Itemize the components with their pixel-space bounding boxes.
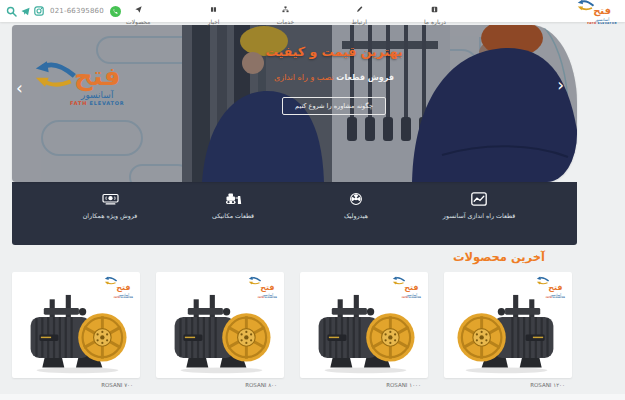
nav-item-label: محصولات [126, 18, 150, 25]
chart-icon [471, 192, 487, 206]
nav-item-label: اخبار [208, 18, 220, 25]
hero-slide: فتح آسانسور FATH ELEVATOR بهترین قیمت و … [12, 25, 577, 182]
product-title: ROSANI ۱۲۰۰ [444, 382, 572, 388]
service-item-mechanical-parts[interactable]: قطعات مکانیکی [173, 192, 293, 245]
hero-text: بهترین قیمت و کیفیت فروش قطعات نصب و راه… [209, 44, 459, 115]
product-cards: فتح آسانسور FATH ELEVATOR ROSANI ۷۰۰ فتح… [12, 272, 572, 388]
hero-subtitle: فروش قطعات نصب و راه اندازی [209, 73, 459, 82]
latest-products-section: آخرین محصولات فتح آسانسور FATH ELEVATOR … [12, 250, 572, 388]
bulldozer-icon [225, 192, 242, 206]
service-label: قطعات راه اندازی آسانسور [443, 212, 515, 219]
slider-prev-button[interactable]: ‹ [16, 80, 23, 97]
service-item-hydraulic[interactable]: هیدرولیک [296, 192, 416, 245]
pen-icon [356, 0, 363, 17]
slider-next-button[interactable]: › [557, 77, 564, 94]
nav-item-about[interactable]: درباره ما [424, 0, 446, 25]
product-card[interactable]: فتح آسانسور FATH ELEVATOR ROSANI ۱۰۰۰ [300, 272, 428, 388]
nav-item-services[interactable]: خدمات [277, 0, 295, 25]
logo-latin-primary: FATH [587, 21, 596, 25]
nav-item-contact[interactable]: ارتباط [351, 0, 366, 25]
instagram-icon[interactable] [34, 6, 44, 16]
site-logo[interactable]: فتح آسانسور FATH ELEVATOR [587, 1, 617, 25]
product-image-motor [310, 292, 418, 374]
page: 021-66395860 درباره ما ارتباط خدمات اخبا… [0, 0, 625, 400]
product-image-motor [454, 292, 562, 374]
info-icon [431, 0, 438, 17]
product-card[interactable]: فتح آسانسور FATH ELEVATOR ROSANI ۸۰۰ [156, 272, 284, 388]
contact-group: 021-66395860 [6, 0, 121, 22]
consult-button[interactable]: چگونه مشاوره را شروع کنیم [282, 97, 386, 115]
search-icon[interactable] [6, 6, 17, 17]
latest-products-heading: آخرین محصولات [12, 250, 545, 264]
telegram-icon[interactable] [21, 7, 30, 16]
top-bar: 021-66395860 درباره ما ارتباط خدمات اخبا… [0, 0, 625, 22]
nav-item-news[interactable]: اخبار [208, 0, 220, 25]
sitemap-icon [282, 0, 289, 17]
product-title: ROSANI ۷۰۰ [12, 382, 140, 388]
nav-item-products[interactable]: محصولات [126, 0, 150, 25]
logo-name: فتح [593, 6, 611, 16]
hero-logo-watermark: فتح آسانسور FATH ELEVATOR [70, 63, 124, 106]
service-item-special-sale[interactable]: فروش ویژه همکاران [50, 192, 170, 245]
product-card[interactable]: فتح آسانسور FATH ELEVATOR ROSANI ۷۰۰ [12, 272, 140, 388]
product-title: ROSANI ۱۰۰۰ [300, 382, 428, 388]
service-item-commissioning-parts[interactable]: قطعات راه اندازی آسانسور [419, 192, 539, 245]
send-icon [135, 0, 142, 17]
nav-item-label: درباره ما [424, 18, 446, 25]
service-label: قطعات مکانیکی [212, 212, 254, 219]
logo-latin-secondary: ELEVATOR [598, 21, 617, 25]
logo-name: فتح [74, 63, 120, 89]
whatsapp-icon[interactable] [110, 6, 121, 17]
product-image-motor [166, 292, 274, 374]
money-icon [102, 192, 119, 206]
main-nav: درباره ما ارتباط خدمات اخبار محصولات [126, 0, 446, 22]
product-image-motor [22, 292, 130, 374]
nav-item-label: ارتباط [351, 18, 366, 25]
hero-slider: فتح آسانسور FATH ELEVATOR بهترین قیمت و … [12, 25, 577, 245]
hydraulic-icon [349, 192, 363, 206]
product-card[interactable]: فتح آسانسور FATH ELEVATOR ROSANI ۱۲۰۰ [444, 272, 572, 388]
service-label: هیدرولیک [344, 212, 368, 219]
product-title: ROSANI ۸۰۰ [156, 382, 284, 388]
hero-headline: بهترین قیمت و کیفیت [209, 44, 459, 59]
service-label: فروش ویژه همکاران [83, 212, 138, 219]
services-bar: قطعات راه اندازی آسانسور هیدرولیک قطعات … [12, 182, 577, 245]
news-icon [210, 0, 217, 17]
logo-subtitle: آسانسور [70, 91, 124, 100]
phone-number[interactable]: 021-66395860 [50, 7, 104, 15]
nav-item-label: خدمات [277, 18, 295, 25]
next-section-edge [0, 394, 625, 400]
